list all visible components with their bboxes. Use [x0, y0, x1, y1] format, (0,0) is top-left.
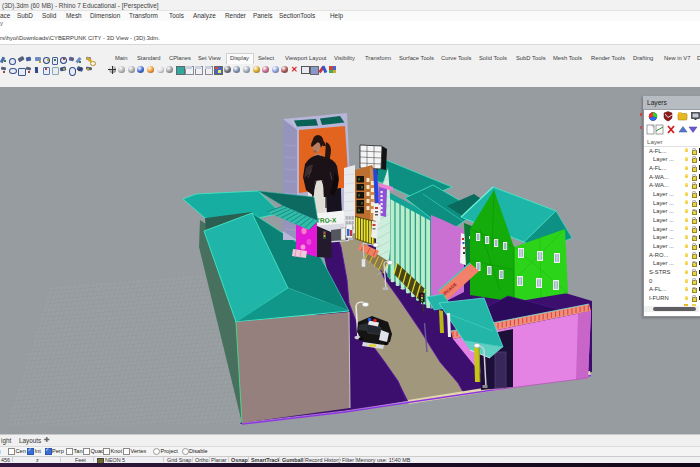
svg-text:TRO-X: TRO-X: [316, 216, 337, 224]
